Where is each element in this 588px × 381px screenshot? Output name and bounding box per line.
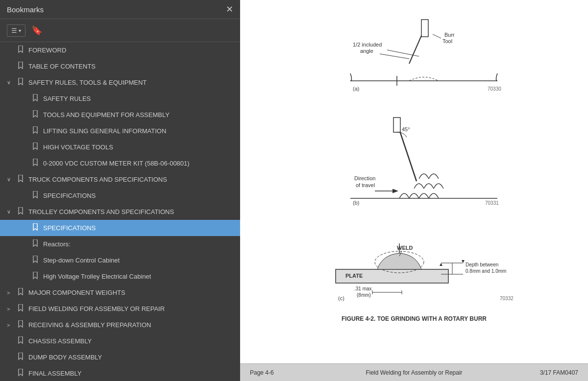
svg-text:(c): (c): [338, 295, 344, 301]
bookmark-label: FIELD WELDING FOR ASSEMBLY OR REPAIR: [28, 305, 165, 312]
bookmark-ribbon-icon: [31, 239, 39, 249]
bookmark-label: TRUCK COMPONENTS AND SPECIFICATIONS: [28, 176, 167, 183]
bookmark-ribbon-icon: [31, 191, 39, 200]
bookmark-item[interactable]: DUMP BODY ASSEMBLY: [0, 349, 240, 365]
bookmark-label: RECEIVING & ASSEMBLY PREPARATION: [28, 321, 151, 329]
menu-button[interactable]: ☰ ▾: [7, 24, 25, 37]
diagram-b: 45° Direction of travel (b) 70331: [270, 108, 559, 208]
bookmark-item[interactable]: CHASSIS ASSEMBLY: [0, 333, 240, 349]
bookmark-label: HIGH VOLTAGE TOOLS: [43, 143, 113, 151]
bookmark-ribbon-icon: [17, 304, 24, 313]
bookmarks-header: Bookmarks ✕: [0, 0, 240, 19]
svg-line-3: [380, 54, 409, 59]
bookmark-item[interactable]: ∨TRUCK COMPONENTS AND SPECIFICATIONS: [0, 171, 240, 188]
svg-text:1/2 included: 1/2 included: [353, 42, 382, 48]
bookmark-label: MAJOR COMPONENT WEIGHTS: [28, 289, 125, 296]
figure-caption: FIGURE 4-2. TOE GRINDING WITH A ROTARY B…: [342, 315, 487, 322]
svg-text:(a): (a): [353, 86, 359, 92]
bookmark-ribbon-icon: [17, 353, 24, 362]
expand-icon: ∨: [7, 209, 15, 215]
svg-text:.31 max: .31 max: [354, 286, 372, 291]
bookmark-label: LIFTING SLING GENERAL INFORMATION: [43, 127, 166, 135]
document-panel: 1/2 included angle Burr Tool (a) 70330: [240, 0, 588, 381]
svg-text:0.8mm and 1.0mm: 0.8mm and 1.0mm: [466, 268, 506, 274]
bookmark-item[interactable]: LIFTING SLING GENERAL INFORMATION: [0, 123, 240, 139]
diagram-a: 1/2 included angle Burr Tool (a) 70330: [270, 10, 559, 98]
bookmark-label: FINAL ASSEMBLY: [28, 370, 81, 377]
bookmark-label: SAFETY RULES, TOOLS & EQUIPMENT: [28, 79, 147, 86]
bookmarks-title: Bookmarks: [7, 5, 44, 14]
bookmark-ribbon-icon: [17, 207, 24, 216]
bookmark-ribbon-icon: [31, 159, 39, 168]
svg-rect-2: [421, 20, 428, 37]
bookmark-label: SAFETY RULES: [43, 95, 91, 102]
bookmark-label: DUMP BODY ASSEMBLY: [28, 354, 102, 361]
footer-ref: 3/17 FAM0407: [469, 369, 578, 376]
bookmarks-panel: Bookmarks ✕ ☰ ▾ 🔖 FOREWORDTABLE OF CONTE…: [0, 0, 240, 381]
bookmark-item[interactable]: High Voltage Trolley Electrical Cabinet: [0, 268, 240, 285]
expand-icon: ∨: [7, 79, 15, 86]
svg-text:(8mm): (8mm): [357, 292, 371, 298]
bookmark-item[interactable]: 0-2000 VDC CUSTOM METER KIT (58B-06-0080…: [0, 155, 240, 171]
bookmark-label: TABLE OF CONTENTS: [28, 63, 96, 70]
diagram-b-svg: 45° Direction of travel (b) 70331: [311, 108, 517, 208]
bookmark-ribbon-icon: [17, 336, 24, 346]
svg-line-10: [433, 34, 441, 38]
expand-icon: ∨: [7, 176, 15, 183]
expand-icon: >: [7, 290, 15, 296]
bookmark-label: Step-down Control Cabinet: [43, 257, 120, 264]
close-button[interactable]: ✕: [226, 5, 233, 14]
svg-text:70331: 70331: [485, 200, 499, 206]
bookmark-label: FOREWORD: [28, 47, 66, 54]
bookmark-item[interactable]: FOREWORD: [0, 42, 240, 58]
bookmark-item[interactable]: HIGH VOLTAGE TOOLS: [0, 139, 240, 155]
bookmark-ribbon-icon: [17, 78, 24, 87]
bookmark-item[interactable]: >RECEIVING & ASSEMBLY PREPARATION: [0, 317, 240, 333]
bookmark-item[interactable]: SPECIFICATIONS: [0, 188, 240, 204]
bookmark-ribbon-icon: [31, 272, 39, 281]
toolbar: ☰ ▾ 🔖: [0, 19, 240, 42]
bookmark-label: TOOLS AND EQUIPMENT FOR ASSEMBLY: [43, 111, 170, 119]
bookmark-label: SPECIFICATIONS: [43, 224, 96, 232]
bookmark-item[interactable]: >MAJOR COMPONENT WEIGHTS: [0, 285, 240, 301]
svg-text:45°: 45°: [402, 126, 410, 132]
bookmark-ribbon-icon: [17, 288, 24, 297]
bookmark-ribbon-icon: [17, 320, 24, 330]
svg-text:Tool: Tool: [442, 38, 452, 44]
chevron-icon: ▾: [19, 28, 21, 33]
bookmark-ribbon-icon: [17, 175, 24, 184]
bookmark-item[interactable]: ∨SAFETY RULES, TOOLS & EQUIPMENT: [0, 74, 240, 91]
bookmark-item[interactable]: TABLE OF CONTENTS: [0, 58, 240, 74]
bookmark-ribbon-icon: [31, 143, 39, 152]
bookmark-icon-button[interactable]: 🔖: [29, 23, 44, 38]
bookmark-item[interactable]: TOOLS AND EQUIPMENT FOR ASSEMBLY: [0, 107, 240, 123]
bookmark-ribbon-icon: [17, 369, 24, 378]
footer-bar: Page 4-6 Field Welding for Assembly or R…: [240, 363, 588, 381]
bookmark-item[interactable]: FINAL ASSEMBLY: [0, 365, 240, 381]
bookmark-ribbon-icon: [31, 126, 39, 136]
bookmark-ribbon-icon: [31, 110, 39, 119]
footer-title: Field Welding for Assembly or Repair: [359, 369, 468, 376]
bookmark-item[interactable]: SAFETY RULES: [0, 91, 240, 107]
bookmark-ribbon-icon: [17, 62, 24, 71]
bookmark-icon: 🔖: [31, 25, 42, 35]
bookmarks-list: FOREWORDTABLE OF CONTENTS∨SAFETY RULES, …: [0, 42, 240, 381]
diagram-c: PLATE WELD Depth between 0.8mm and 1.0mm…: [270, 218, 559, 304]
bookmark-item[interactable]: ∨TROLLEY COMPONENTS AND SPECIFICATIONS: [0, 204, 240, 220]
bookmark-item[interactable]: SPECIFICATIONS: [0, 220, 240, 236]
expand-icon: >: [7, 306, 15, 312]
bookmark-label: CHASSIS ASSEMBLY: [28, 337, 92, 345]
svg-text:Direction: Direction: [354, 175, 375, 181]
bookmark-label: Reactors:: [43, 240, 71, 248]
bookmark-item[interactable]: >FIELD WELDING FOR ASSEMBLY OR REPAIR: [0, 301, 240, 317]
bookmark-item[interactable]: Step-down Control Cabinet: [0, 252, 240, 268]
bookmark-ribbon-icon: [31, 223, 39, 233]
bookmark-item[interactable]: Reactors:: [0, 236, 240, 252]
bookmark-label: TROLLEY COMPONENTS AND SPECIFICATIONS: [28, 208, 174, 215]
svg-text:70332: 70332: [500, 296, 514, 301]
diagram-c-svg: PLATE WELD Depth between 0.8mm and 1.0mm…: [296, 218, 532, 304]
menu-icon: ☰: [11, 27, 17, 34]
svg-text:of travel: of travel: [356, 182, 375, 188]
svg-text:Burr: Burr: [444, 32, 455, 38]
svg-text:70330: 70330: [488, 86, 501, 92]
